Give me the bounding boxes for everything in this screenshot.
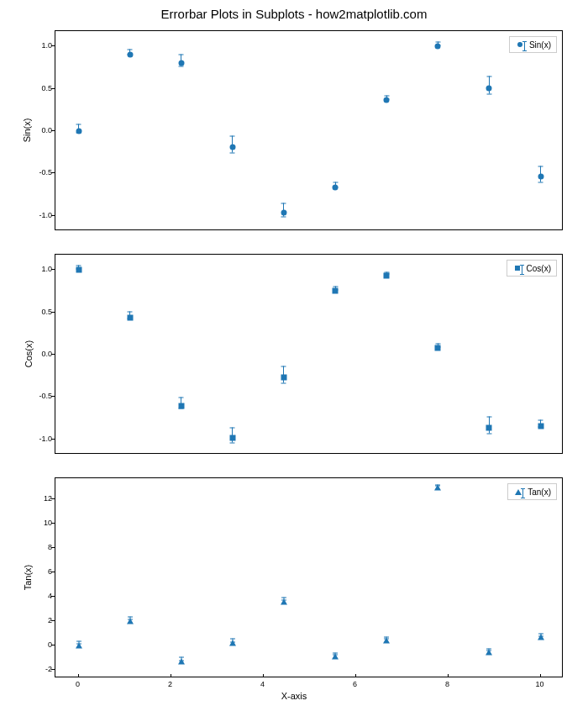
- data-point: [384, 97, 390, 103]
- data-point: [384, 273, 390, 279]
- y-tick-label: -1.0: [18, 211, 52, 219]
- figure-title: Errorbar Plots in Subplots - how2matplot…: [0, 7, 588, 21]
- data-point: [333, 288, 339, 294]
- y-tick-label: -0.5: [18, 392, 52, 400]
- x-tick-label: 8: [435, 680, 460, 688]
- y-tick-label: 1.0: [18, 265, 52, 273]
- x-tick-label: 2: [158, 680, 183, 688]
- y-tick-label: 0.5: [18, 84, 52, 92]
- data-point: [229, 640, 236, 645]
- data-point: [76, 267, 81, 273]
- y-tick-label: 0: [18, 640, 52, 649]
- subplot-cosx: Cos(x): [55, 254, 563, 454]
- data-point: [486, 85, 492, 91]
- legend-label: Tan(x): [528, 487, 551, 497]
- y-tick-label: 0.0: [18, 350, 52, 358]
- data-point: [229, 145, 235, 150]
- subplot-tanx: Tan(x): [55, 477, 563, 677]
- data-point: [435, 345, 441, 350]
- data-point: [76, 129, 81, 134]
- y-tick-label: 12: [18, 494, 52, 503]
- y-tick-label: -1.0: [18, 435, 52, 443]
- y-tick-label: -0.5: [18, 168, 52, 176]
- y-tick-label: 6: [18, 567, 52, 576]
- data-point: [127, 314, 133, 320]
- data-point: [229, 435, 235, 440]
- y-tick-label: 2: [18, 616, 52, 624]
- data-point: [434, 485, 441, 491]
- legend: Cos(x): [507, 260, 557, 277]
- y-tick-label: 0.0: [18, 126, 52, 134]
- legend: Sin(x): [509, 36, 557, 53]
- data-point: [76, 642, 82, 648]
- y-tick-label: 8: [18, 543, 52, 551]
- data-point: [538, 635, 544, 640]
- y-tick-label: -2: [18, 665, 52, 673]
- data-point: [178, 658, 185, 664]
- data-point: [383, 638, 390, 644]
- data-point: [538, 423, 543, 429]
- data-point: [178, 61, 184, 66]
- y-tick-label: 4: [18, 592, 52, 600]
- x-axis-label: X-axis: [0, 691, 588, 701]
- subplot-sinx: Sin(x): [55, 30, 563, 230]
- data-point: [127, 618, 134, 624]
- data-point: [538, 174, 543, 180]
- x-tick-label: 10: [528, 680, 553, 688]
- y-tick-label: 10: [18, 519, 52, 527]
- data-point: [332, 653, 339, 659]
- y-tick-label: 0.5: [18, 308, 52, 316]
- data-point: [333, 184, 339, 190]
- data-point: [127, 52, 133, 58]
- x-tick-label: 4: [250, 680, 276, 688]
- figure: Errorbar Plots in Subplots - how2matplot…: [0, 0, 588, 706]
- y-tick-label: 1.0: [18, 41, 52, 50]
- x-tick-label: 0: [66, 680, 91, 688]
- legend-label: Cos(x): [527, 264, 551, 273]
- data-point: [486, 424, 492, 430]
- x-tick-label: 6: [343, 680, 368, 688]
- data-point: [281, 209, 286, 215]
- legend: Tan(x): [507, 483, 557, 500]
- data-point: [281, 598, 287, 604]
- data-point: [486, 650, 492, 656]
- legend-label: Sin(x): [529, 40, 551, 50]
- data-point: [178, 403, 184, 408]
- data-point: [435, 44, 441, 50]
- data-point: [281, 375, 286, 381]
